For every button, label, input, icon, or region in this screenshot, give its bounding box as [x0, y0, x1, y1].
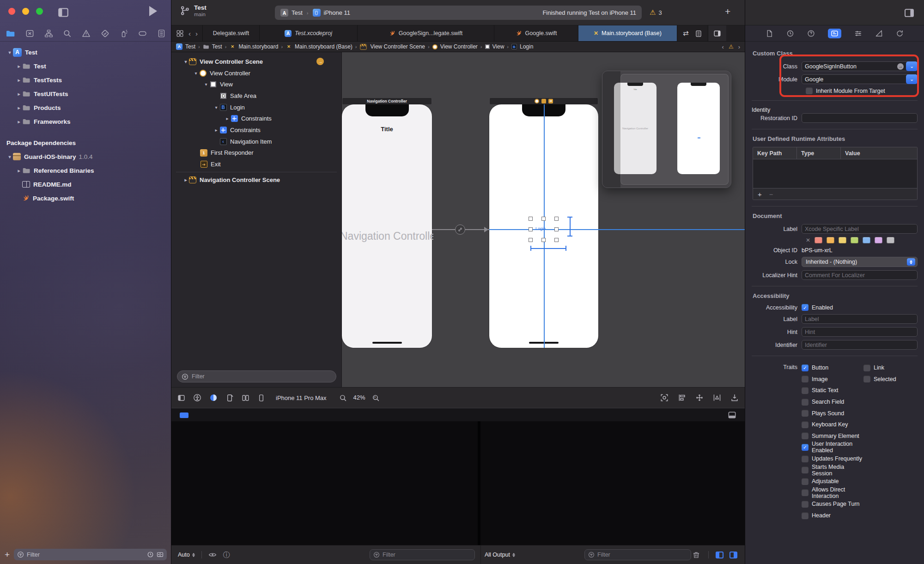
outline-filter-field[interactable] [177, 370, 336, 382]
connections-inspector-icon[interactable] [896, 30, 904, 37]
new-tab-button[interactable]: + [725, 6, 730, 17]
accessibility-enabled-checkbox[interactable]: ✓ [802, 304, 808, 311]
test-navigator-icon[interactable] [101, 29, 109, 37]
device-icon[interactable] [257, 394, 265, 402]
symbol-navigator-icon[interactable] [44, 29, 53, 37]
inherit-module-checkbox[interactable]: ✓ [806, 87, 813, 94]
color-swatch-yellow[interactable] [839, 237, 846, 243]
trait-checkbox[interactable]: ✓ [802, 455, 808, 462]
trait-checkbox[interactable]: ✓ [863, 364, 870, 371]
column-key-path[interactable]: Key Path [753, 147, 797, 159]
breadcrumb-item[interactable]: Test [185, 43, 195, 50]
attributes-inspector-icon[interactable] [854, 30, 862, 37]
issue-navigator-icon[interactable] [82, 29, 91, 37]
tree-row-package[interactable]: ▾ Guard-iOS-binary 1.0.4 [0, 150, 171, 164]
tab-google-swift[interactable]: Google.swift [494, 25, 578, 41]
module-field[interactable]: ⌄ [802, 74, 918, 84]
focus-mode-icon[interactable] [660, 394, 669, 402]
trait-checkbox[interactable]: ✓ [802, 478, 808, 485]
scheme-branch-cluster[interactable]: Test main [180, 4, 207, 17]
quick-help-inspector-icon[interactable] [807, 30, 815, 37]
breadcrumb-item[interactable]: View Controller [440, 43, 478, 50]
tree-row-group[interactable]: ▸ TestTests [0, 73, 171, 87]
debug-pane-divider[interactable] [478, 421, 480, 545]
run-button[interactable] [149, 6, 157, 16]
segue-root-icon[interactable] [455, 224, 465, 235]
lock-dropdown[interactable]: Inherited - (Nothing) [802, 257, 918, 267]
runtime-attributes-empty-body[interactable] [753, 159, 917, 188]
trait-checkbox[interactable]: ✓ [802, 432, 808, 439]
chevron-down-icon[interactable]: ▾ [193, 71, 199, 76]
nav-controller-scene-header[interactable]: Navigation Controller [342, 97, 432, 105]
chevron-right-icon[interactable]: ▸ [224, 116, 231, 121]
storyboard-canvas[interactable]: Navigation Controller Title Navigation C… [342, 52, 745, 387]
selection-handle[interactable] [554, 217, 559, 221]
appearance-toggle-icon[interactable] [209, 394, 218, 402]
history-inspector-icon[interactable] [786, 30, 794, 37]
file-inspector-icon[interactable] [766, 30, 773, 37]
tree-row-group[interactable]: ▸ Test [0, 59, 171, 73]
add-button[interactable]: + [5, 550, 10, 559]
code-review-icon[interactable]: ⇄ [683, 29, 689, 37]
color-swatch-blue[interactable] [863, 237, 870, 243]
forward-chevron-icon[interactable]: › [195, 30, 198, 37]
debug-area-toggle-icon[interactable] [728, 411, 736, 419]
debug-navigator-icon[interactable] [120, 29, 128, 37]
add-constraints-icon[interactable] [695, 394, 704, 402]
document-label-input[interactable] [805, 226, 914, 232]
outline-filter-input[interactable] [192, 373, 332, 380]
restoration-id-field[interactable] [802, 113, 918, 123]
embed-in-stack-icon[interactable] [678, 394, 686, 402]
selection-handle[interactable] [529, 217, 533, 221]
selection-handle[interactable] [554, 238, 559, 242]
close-window-button[interactable] [8, 8, 15, 15]
tab-delegate-swift[interactable]: Delegate.swift [202, 25, 259, 41]
tree-row-group[interactable]: ▸ Products [0, 101, 171, 115]
trait-checkbox[interactable]: ✓ [802, 501, 808, 508]
breadcrumb-item[interactable]: View Controller Scene [370, 43, 425, 50]
chevron-right-icon[interactable]: ▸ [16, 168, 22, 173]
find-navigator-icon[interactable] [63, 29, 72, 37]
selection-handle[interactable] [541, 238, 546, 242]
module-dropdown-button[interactable]: ⌄ [906, 74, 918, 84]
zoom-window-button[interactable] [36, 8, 43, 15]
jump-to-class-icon[interactable]: → [897, 63, 904, 70]
tab-test-xcodeproj[interactable]: A Test.xcodeproj [259, 25, 357, 41]
chevron-right-icon[interactable]: ▸ [16, 105, 22, 110]
chevron-down-icon[interactable]: ▾ [6, 50, 13, 55]
outline-row-constraints[interactable]: ▸ Constraints [171, 124, 341, 136]
outline-row-view[interactable]: ▾ View [171, 79, 341, 90]
view-controller-icon[interactable] [535, 99, 539, 103]
outline-row-first-responder[interactable]: 1 First Responder [171, 147, 341, 159]
minimap-viewport[interactable] [620, 74, 729, 185]
trait-checkbox[interactable]: ✓ [802, 489, 808, 496]
clear-console-trash-icon[interactable] [692, 551, 700, 559]
tab-googlesign-delegate[interactable]: GoogleSign...legate.swift [357, 25, 494, 41]
tree-row-group[interactable]: ▸ Frameworks [0, 115, 171, 128]
chevron-right-icon[interactable]: ▸ [182, 177, 189, 182]
outline-row-constraints[interactable]: ▸ Constraints [171, 113, 341, 124]
show-variables-view-icon[interactable] [716, 552, 723, 558]
outline-row-login-selected[interactable]: ▾ B Login [171, 102, 341, 113]
navigator-filter-field[interactable] [14, 549, 167, 560]
selection-handle[interactable] [541, 217, 546, 221]
localizer-hint-input[interactable] [805, 272, 914, 279]
trait-checkbox[interactable]: ✓ [802, 387, 808, 394]
zoom-out-icon[interactable] [339, 394, 347, 402]
exit-icon[interactable]: ➔ [548, 99, 553, 103]
breadcrumb-item[interactable]: View [492, 43, 505, 50]
chevron-right-icon[interactable]: ▸ [16, 119, 22, 124]
chevron-down-icon[interactable]: ▾ [182, 59, 189, 64]
zoom-level[interactable]: 42% [353, 394, 365, 401]
next-issue-icon[interactable]: › [738, 43, 740, 50]
project-navigator-icon[interactable] [6, 29, 15, 38]
show-console-icon[interactable] [729, 552, 737, 558]
navigator-filter-input[interactable] [27, 552, 144, 558]
add-editor-button[interactable] [708, 25, 726, 41]
chevron-down-icon[interactable]: ▾ [6, 154, 13, 159]
outline-row-exit[interactable]: ➔ Exit [171, 158, 341, 170]
breadcrumb-item[interactable]: Test [212, 43, 222, 50]
trait-checkbox[interactable]: ✓ [802, 512, 808, 519]
accessibility-preview-icon[interactable] [193, 394, 201, 402]
color-swatch-orange[interactable] [827, 237, 834, 243]
